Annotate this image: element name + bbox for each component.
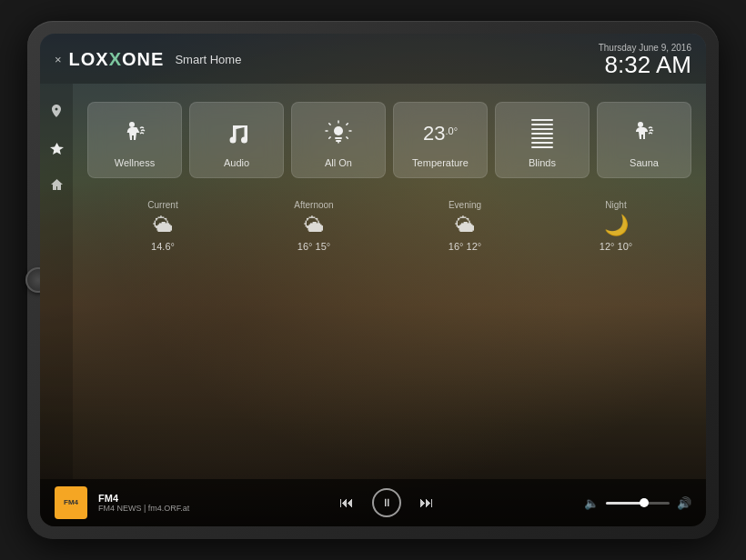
wellness-label: Wellness [115, 157, 155, 168]
weather-evening-icon: 🌥 [455, 214, 475, 237]
logo-lox: LOX [69, 49, 109, 69]
weather-afternoon-temp: 16° 15° [297, 241, 330, 252]
temperature-icon: 23.0° [423, 117, 458, 150]
tablet-screen: × LOXXONE Smart Home Thursday June 9, 20… [40, 34, 706, 526]
time-display: 8:32 AM [605, 51, 691, 78]
tile-audio[interactable]: Audio [189, 102, 284, 178]
temperature-label: Temperature [412, 157, 469, 168]
logo-x: X [109, 49, 122, 69]
header: × LOXXONE Smart Home Thursday June 9, 20… [40, 34, 706, 84]
weather-night-temp: 12° 10° [600, 241, 632, 252]
svg-point-4 [638, 122, 643, 127]
rewind-button[interactable]: ⏮ [339, 495, 354, 511]
weather-night-label: Night [605, 200, 626, 210]
tablet-device: × LOXXONE Smart Home Thursday June 9, 20… [27, 21, 719, 539]
player-controls: ⏮ ⏸ ⏭ [200, 488, 573, 517]
svg-rect-2 [335, 137, 342, 139]
wellness-icon [120, 117, 149, 150]
blinds-label: Blinds [529, 157, 556, 168]
tile-blinds[interactable]: Blinds [495, 102, 590, 178]
weather-afternoon: Afternoon 🌥 16° 15° [238, 200, 389, 252]
tile-all-on[interactable]: All On [291, 102, 386, 178]
station-info: FM4 FM4 NEWS | fm4.ORF.at [98, 493, 189, 513]
station-name: FM4 [98, 493, 189, 504]
quick-actions-grid: Wellness Audio [87, 102, 691, 178]
audio-label: Audio [224, 157, 249, 168]
sauna-icon [630, 117, 659, 150]
weather-current-label: Current [147, 200, 177, 210]
volume-high-icon: 🔊 [677, 496, 691, 510]
weather-current-temp: 14.6° [151, 241, 175, 252]
weather-night: Night 🌙 12° 10° [540, 200, 691, 252]
all-on-icon [325, 117, 352, 150]
screen-content: × LOXXONE Smart Home Thursday June 9, 20… [40, 34, 706, 526]
logo: LOXXONE [69, 49, 165, 70]
svg-point-0 [129, 122, 135, 127]
station-sub: FM4 NEWS | fm4.ORF.at [98, 504, 189, 513]
close-button[interactable]: × [55, 53, 62, 66]
svg-point-1 [334, 126, 343, 135]
tile-sauna[interactable]: Sauna [597, 102, 691, 178]
station-logo: FM4 [55, 486, 87, 519]
temp-unit: .0° [445, 125, 458, 136]
weather-afternoon-label: Afternoon [294, 200, 333, 210]
volume-bar[interactable] [606, 502, 670, 505]
sidebar-item-home[interactable] [46, 175, 66, 195]
player-bar: FM4 FM4 FM4 NEWS | fm4.ORF.at ⏮ ⏸ ⏭ 🔈 [40, 479, 706, 526]
weather-evening: Evening 🌥 16° 12° [389, 200, 540, 252]
sidebar [40, 84, 73, 479]
volume-fill [606, 502, 641, 505]
sidebar-item-favorites[interactable] [46, 138, 66, 158]
weather-current: Current 🌥 14.6° [87, 200, 238, 252]
volume-knob[interactable] [640, 498, 649, 507]
weather-afternoon-icon: 🌥 [304, 214, 324, 237]
weather-current-icon: 🌥 [153, 214, 173, 237]
forward-button[interactable]: ⏭ [419, 495, 434, 511]
volume-section: 🔈 🔊 [584, 496, 691, 510]
weather-section: Current 🌥 14.6° Afternoon 🌥 16° 15° Even… [87, 200, 691, 252]
temp-value: 23 [423, 122, 445, 145]
logo-one: ONE [122, 49, 164, 69]
tile-wellness[interactable]: Wellness [87, 102, 182, 178]
main-area: Wellness Audio [40, 84, 706, 479]
header-left: × LOXXONE Smart Home [55, 49, 241, 70]
blinds-icon [531, 117, 553, 150]
sidebar-item-location[interactable] [46, 102, 66, 122]
all-on-label: All On [325, 157, 352, 168]
app-subtitle: Smart Home [175, 53, 241, 66]
weather-night-icon: 🌙 [604, 214, 629, 237]
sauna-label: Sauna [630, 157, 659, 168]
station-logo-text: FM4 [64, 499, 78, 507]
tile-temperature[interactable]: 23.0° Temperature [393, 102, 488, 178]
weather-evening-label: Evening [449, 200, 481, 210]
play-pause-button[interactable]: ⏸ [372, 488, 401, 517]
header-right: Thursday June 9, 2016 8:32 AM [599, 43, 691, 76]
weather-evening-temp: 16° 12° [449, 241, 481, 252]
content-area: Wellness Audio [73, 84, 706, 479]
audio-icon [223, 117, 250, 150]
svg-rect-3 [336, 140, 341, 142]
volume-low-icon: 🔈 [584, 496, 599, 510]
